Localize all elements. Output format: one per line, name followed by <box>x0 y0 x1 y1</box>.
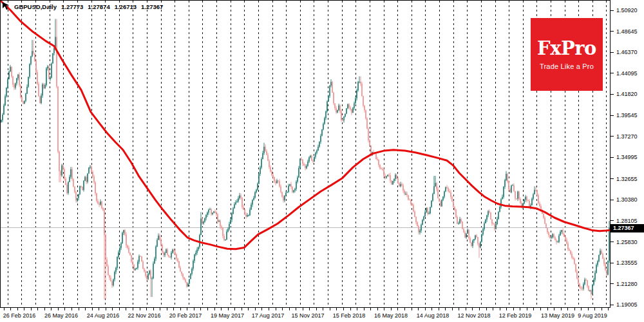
date-axis-tick <box>540 308 541 310</box>
date-axis-tick <box>58 308 59 310</box>
chart-plot-area[interactable]: GBPUSD,Daily 1.27773 1.27874 1.26713 1.2… <box>0 0 611 308</box>
price-axis-label: 1.32655 <box>616 176 638 182</box>
date-axis-tick <box>561 308 562 310</box>
date-axis-tick <box>500 308 500 310</box>
date-axis-tick <box>601 308 602 310</box>
date-axis-tick <box>79 308 79 310</box>
price-axis-tick <box>611 305 614 305</box>
date-axis-tick <box>221 308 222 310</box>
date-axis-label: 26 May 2016 <box>44 312 78 319</box>
price-axis[interactable]: 1.509201.486451.463701.440951.418201.395… <box>611 0 644 308</box>
date-axis-tick <box>357 308 357 310</box>
date-axis-label: 13 May 2019 <box>541 312 574 319</box>
date-axis-tick <box>207 308 208 310</box>
date-axis-tick <box>594 308 595 310</box>
date-axis-tick <box>459 308 459 310</box>
price-axis-label: 1.44095 <box>616 70 638 77</box>
date-axis-tick <box>173 308 174 310</box>
price-axis-label: 1.19005 <box>616 301 638 308</box>
price-axis-label: 1.48645 <box>616 28 638 35</box>
price-axis-label: 1.21280 <box>616 281 638 287</box>
date-axis-tick <box>119 308 120 310</box>
price-axis-tick <box>611 94 614 95</box>
date-axis-tick <box>513 308 514 310</box>
date-axis-tick <box>146 308 147 310</box>
date-axis-tick <box>377 308 378 310</box>
date-axis-tick <box>289 308 290 310</box>
date-axis-label: 19 May 2017 <box>211 312 244 319</box>
date-axis-tick <box>520 308 520 310</box>
cursor-arrow-icon <box>2 2 10 12</box>
date-axis-tick <box>17 308 18 310</box>
date-axis-tick <box>106 308 106 310</box>
date-axis-tick <box>581 308 582 310</box>
date-axis-tick <box>24 308 24 310</box>
price-axis-label: 1.25830 <box>616 239 638 245</box>
price-axis-tick <box>611 242 614 242</box>
date-axis-label: 20 Feb 2017 <box>169 312 202 319</box>
mt4-chart-window: GBPUSD,Daily 1.27773 1.27874 1.26713 1.2… <box>0 0 644 322</box>
date-axis-tick <box>71 308 72 310</box>
date-axis-tick <box>44 308 45 310</box>
date-axis-tick <box>269 308 269 310</box>
date-axis-tick <box>425 308 426 310</box>
fxpro-logo: FxPro Trade Like a Pro <box>531 18 603 91</box>
price-axis-tick <box>611 115 614 116</box>
price-axis-label: 1.23555 <box>616 260 638 266</box>
date-axis-tick <box>336 308 337 310</box>
date-axis-tick <box>608 308 609 310</box>
date-axis-tick <box>180 308 181 310</box>
date-axis-tick <box>160 308 160 310</box>
date-axis-tick <box>64 308 65 310</box>
symbol-period-label: GBPUSD,Daily <box>14 3 57 10</box>
price-axis-tick <box>611 263 614 263</box>
date-axis-tick <box>479 308 480 310</box>
date-axis-tick <box>112 308 113 310</box>
date-axis-tick <box>4 308 5 310</box>
price-axis-tick <box>611 157 614 158</box>
date-axis-tick <box>418 308 419 310</box>
date-axis-tick <box>296 308 296 310</box>
date-axis-tick <box>330 308 330 310</box>
date-axis-tick <box>343 308 344 310</box>
candlestick-chart-canvas[interactable] <box>1 1 610 307</box>
date-axis-label: 12 Feb 2019 <box>499 312 532 319</box>
date-axis-tick <box>350 308 351 310</box>
price-axis-label: 1.34995 <box>616 154 638 160</box>
date-axis-label: 15 Nov 2017 <box>291 312 324 319</box>
date-axis-label: 12 Nov 2018 <box>457 312 490 319</box>
date-axis-tick <box>567 308 568 310</box>
date-axis-tick <box>547 308 548 310</box>
price-axis-tick <box>611 178 614 179</box>
price-axis-label: 1.30380 <box>616 196 638 203</box>
price-axis-tick <box>611 200 614 200</box>
price-axis-label: 1.50920 <box>616 7 638 14</box>
date-axis-tick <box>167 308 167 310</box>
date-axis[interactable]: 26 Feb 201626 May 201624 Aug 201622 Nov … <box>0 308 611 322</box>
date-axis-tick <box>99 308 99 310</box>
date-axis-tick <box>282 308 283 310</box>
date-axis-tick <box>194 308 194 310</box>
date-axis-tick <box>364 308 365 310</box>
date-axis-tick <box>588 308 589 310</box>
date-axis-tick <box>316 308 317 310</box>
date-axis-tick <box>486 308 487 310</box>
date-axis-label: 24 Aug 2016 <box>87 312 120 319</box>
date-axis-tick <box>153 308 154 310</box>
date-axis-tick <box>466 308 466 310</box>
date-axis-tick <box>255 308 256 310</box>
date-axis-tick <box>452 308 453 310</box>
current-price-badge: 1.27367 <box>611 224 644 232</box>
chart-title: GBPUSD,Daily 1.27773 1.27874 1.26713 1.2… <box>2 2 163 12</box>
price-axis-tick <box>611 136 614 137</box>
date-axis-tick <box>323 308 323 310</box>
date-axis-tick <box>506 308 507 310</box>
date-axis-tick <box>31 308 32 310</box>
date-axis-label: 9 Aug 2019 <box>578 312 607 319</box>
date-axis-tick <box>92 308 93 310</box>
price-axis-tick <box>611 73 614 73</box>
date-axis-tick <box>439 308 439 310</box>
date-axis-tick <box>261 308 262 310</box>
date-axis-tick <box>248 308 249 310</box>
fxpro-logo-tagline: Trade Like a Pro <box>540 62 594 70</box>
